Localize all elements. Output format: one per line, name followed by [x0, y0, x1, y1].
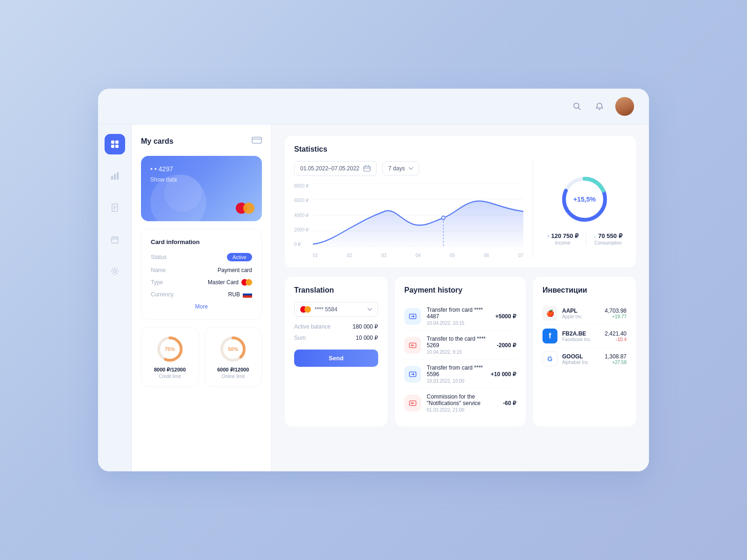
currency-value-row: RUB: [228, 291, 252, 298]
history-desc-4: Commission for the "Notifications" servi…: [427, 393, 497, 413]
top-bar: [98, 89, 649, 125]
investments-title: Инвестиции: [543, 286, 627, 294]
sidebar: [98, 125, 132, 471]
googl-values: 1,308.87 +27.58: [605, 353, 627, 365]
online-limit-percent: 50%: [228, 346, 238, 352]
y-label-5: 0 ₽: [294, 242, 309, 247]
status-badge: Active: [227, 253, 252, 261]
history-title-2: Transfer to the card **** 5269: [427, 336, 491, 349]
history-date-4: 01.03.2022, 21:00: [427, 407, 497, 413]
credit-limit-percent: 75%: [165, 346, 175, 352]
stats-values: ↑ 120 750 ₽ Income ↓ 70 550 ₽: [547, 232, 622, 245]
mastercard-mini-logo: [241, 279, 252, 286]
svg-line-1: [578, 108, 581, 110]
card-type-value: Master Card: [208, 279, 252, 286]
my-cards-title: My cards: [141, 137, 173, 146]
credit-limit-label: Credit limit: [159, 374, 181, 379]
flag-russia: [243, 291, 252, 298]
svg-rect-7: [114, 174, 116, 180]
chart-controls: 01.05.2022–07.05.2022 7 days: [294, 161, 523, 176]
card-visual[interactable]: • • 4297 Show data: [141, 156, 262, 221]
type-label: Type: [151, 279, 163, 286]
card-selector-left: **** 5584: [300, 306, 338, 313]
svg-rect-24: [364, 166, 370, 171]
card-show-data[interactable]: Show data: [150, 176, 253, 183]
investments-list: 🍎 AAPL Apple Inc. 4,703.98 +19.77 f: [543, 302, 627, 370]
history-icon-3: [404, 366, 421, 383]
fb-name: Facebook Inc.: [562, 337, 600, 342]
name-label: Name: [151, 267, 166, 273]
card-brand: [236, 203, 254, 214]
history-amount-4: -60 ₽: [503, 400, 516, 406]
svg-rect-5: [115, 145, 119, 148]
sidebar-item-calendar[interactable]: [105, 229, 125, 250]
income-label: Income: [547, 240, 578, 245]
name-value: Payment card: [218, 267, 252, 273]
sidebar-item-dashboard[interactable]: [105, 134, 125, 154]
sidebar-item-settings[interactable]: [105, 261, 125, 281]
translation-card-number: **** 5584: [315, 306, 338, 313]
fb-change: -10.4: [605, 337, 627, 342]
svg-rect-4: [111, 145, 114, 148]
period-select[interactable]: 7 days: [382, 161, 419, 175]
cards-icon[interactable]: [252, 136, 262, 147]
more-link[interactable]: More: [151, 303, 252, 310]
card-type-row: Type Master Card: [151, 279, 252, 286]
history-icon-4: [404, 395, 421, 412]
online-limit-label: Online limit: [222, 374, 245, 379]
bottom-row: Translation **** 5584: [285, 277, 636, 427]
googl-icon: G: [543, 351, 557, 366]
card-currency-row: Currency RUB: [151, 291, 252, 298]
statistics-title: Statistics: [294, 145, 627, 154]
x-label-5: 05: [450, 253, 455, 258]
credit-limit-donut: 75%: [156, 335, 184, 363]
investment-item-googl: G GOOGL Alphabet Inc. 1,308.87 +27.58: [543, 348, 627, 370]
online-limit-donut: 50%: [219, 335, 247, 363]
history-amount-3: +10 000 ₽: [491, 371, 516, 378]
aapl-icon: 🍎: [543, 306, 557, 321]
chart-x-labels: 01 02 03 04 05 06 07: [313, 253, 523, 258]
donut-stats: +15,5% ↑ 120 750 ₽ Income: [543, 161, 627, 258]
card-selector[interactable]: **** 5584: [294, 302, 378, 317]
history-amount-1: +5000 ₽: [495, 313, 516, 320]
history-list: Transfer from card **** 4487 10.04.2022,…: [404, 302, 516, 417]
avatar[interactable]: [615, 97, 634, 116]
aapl-info: AAPL Apple Inc.: [562, 308, 600, 319]
translation-card-logo: [300, 306, 311, 313]
payment-history-section: Payment history Transfer from card **** …: [395, 277, 526, 427]
limits-row: 75% 8000 ₽/12000 Credit limit 50%: [141, 327, 262, 387]
x-label-4: 04: [416, 253, 421, 258]
svg-rect-2: [111, 140, 114, 144]
investment-item-aapl: 🍎 AAPL Apple Inc. 4,703.98 +19.77: [543, 302, 627, 325]
app-window: My cards • • 4297 Show data: [98, 89, 649, 471]
history-icon-2: [404, 337, 421, 354]
svg-rect-8: [117, 172, 119, 180]
sidebar-item-analytics[interactable]: [105, 166, 125, 186]
period-text: 7 days: [388, 165, 405, 172]
notification-icon[interactable]: [593, 100, 606, 113]
history-amount-2: -2000 ₽: [497, 342, 516, 349]
history-item-4: Commission for the "Notifications" servi…: [404, 389, 516, 417]
active-balance-value: 180 000 ₽: [352, 323, 378, 330]
type-value: Master Card: [208, 279, 239, 286]
svg-point-17: [113, 270, 116, 273]
send-button[interactable]: Send: [294, 350, 378, 367]
history-item-3: Transfer from card **** 5596 18.03.2022,…: [404, 360, 516, 389]
active-balance-label: Active balance: [294, 323, 331, 330]
history-title-1: Transfer from card **** 4487: [427, 307, 490, 320]
donut-percent-label: +15,5%: [573, 196, 596, 203]
sidebar-item-documents[interactable]: [105, 197, 125, 218]
investments-section: Инвестиции 🍎 AAPL Apple Inc. 4,703.98 +1…: [533, 277, 636, 427]
online-limit-amount: 6000 ₽/12000: [217, 367, 249, 373]
aapl-ticker: AAPL: [562, 308, 600, 314]
googl-change: +27.58: [605, 360, 627, 365]
googl-price: 1,308.87: [605, 353, 627, 360]
x-label-7: 07: [518, 253, 523, 258]
search-icon[interactable]: [571, 100, 584, 113]
date-picker[interactable]: 01.05.2022–07.05.2022: [294, 161, 377, 176]
statistics-inner: 01.05.2022–07.05.2022 7 days: [294, 161, 627, 258]
income-stat: ↑ 120 750 ₽ Income: [547, 232, 578, 245]
stat-divider: [586, 232, 586, 245]
my-cards-header: My cards: [141, 136, 262, 147]
chart-area: 01.05.2022–07.05.2022 7 days: [294, 161, 523, 258]
